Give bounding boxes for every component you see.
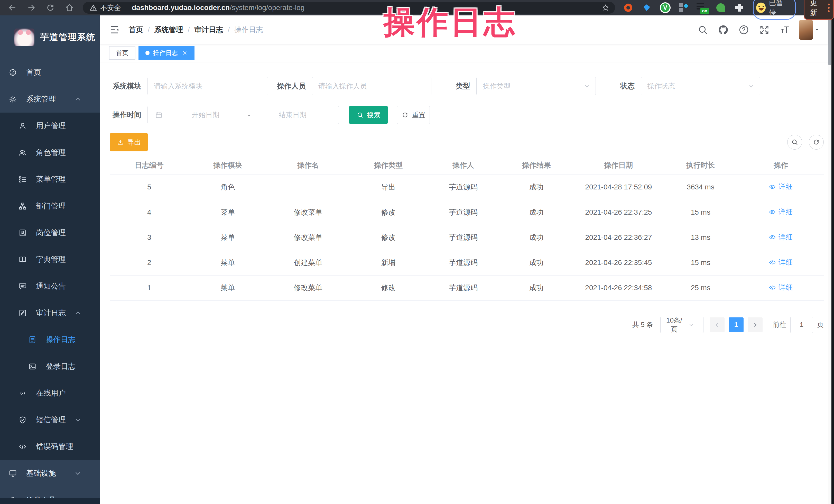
- sidebar-item-11[interactable]: 登录日志: [0, 353, 100, 380]
- blocks-ext-icon[interactable]: [678, 2, 689, 14]
- table-cell: 修改菜单: [267, 225, 349, 250]
- gem-ext-icon[interactable]: [641, 2, 653, 14]
- operator-input[interactable]: [312, 77, 432, 95]
- app-logo: 芋道管理系统: [0, 16, 100, 59]
- export-button[interactable]: 导出: [110, 133, 148, 151]
- address-bar[interactable]: 不安全 dashboard.yudao.iocoder.cn/system/lo…: [83, 2, 615, 14]
- start-date-placeholder[interactable]: 开始日期: [165, 110, 246, 119]
- sidebar-item-label: 基础设施: [26, 468, 56, 479]
- scrollbar-thumb[interactable]: [828, 17, 831, 65]
- online-icon: [19, 389, 27, 397]
- detail-link[interactable]: 详细: [769, 283, 793, 292]
- table-cell: 1: [110, 275, 189, 301]
- table-cell: 芋道源码: [427, 250, 499, 275]
- table-cell: 详细: [738, 275, 824, 301]
- refresh-icon: [401, 112, 409, 118]
- sidebar-item-6[interactable]: 岗位管理: [0, 219, 100, 246]
- type-label: 类型: [453, 81, 476, 91]
- page-scrollbar[interactable]: [828, 16, 831, 504]
- chevron-left-icon: [714, 322, 720, 328]
- bookmark-star-icon[interactable]: [602, 4, 610, 12]
- type-select[interactable]: 操作类型: [476, 77, 596, 95]
- sidebar-item-3[interactable]: 角色管理: [0, 139, 100, 166]
- sidebar-item-15[interactable]: 基础设施: [0, 460, 100, 487]
- ubuntu-ext-icon[interactable]: [622, 2, 634, 14]
- avatar[interactable]: [799, 20, 813, 40]
- sidebar-item-7[interactable]: 字典管理: [0, 246, 100, 273]
- breadcrumb-separator: /: [228, 26, 230, 34]
- breadcrumb-item[interactable]: 审计日志: [195, 25, 223, 35]
- table-cell: 详细: [738, 225, 824, 250]
- sidebar-item-label: 角色管理: [36, 148, 66, 158]
- log-icon: [19, 309, 27, 317]
- update-button[interactable]: 更新: [804, 0, 834, 20]
- sidebar-item-1[interactable]: 系统管理: [0, 86, 100, 113]
- search-button[interactable]: 搜索: [349, 106, 388, 124]
- reset-button[interactable]: 重置: [397, 106, 430, 124]
- page-size-select[interactable]: 10条/页: [660, 316, 703, 333]
- detail-link[interactable]: 详细: [769, 232, 793, 242]
- url-text[interactable]: dashboard.yudao.iocoder.cn/system/log/op…: [132, 4, 305, 12]
- sidebar-item-14[interactable]: 错误码管理: [0, 433, 100, 460]
- sidebar-item-2[interactable]: 用户管理: [0, 113, 100, 139]
- sidebar: 芋道管理系统 首页系统管理用户管理角色管理菜单管理部门管理岗位管理字典管理通知公…: [0, 16, 100, 504]
- table-cell: 2021-04-26 22:36:27: [574, 225, 663, 250]
- breadcrumb-item[interactable]: 系统管理: [154, 25, 183, 35]
- sidebar-item-10[interactable]: 操作日志: [0, 326, 100, 353]
- detail-link[interactable]: 详细: [769, 258, 793, 267]
- column-header: 操作模块: [189, 156, 267, 175]
- filter-row-2: 操作时间 开始日期 - 结束日期 搜索 重置: [110, 106, 824, 124]
- badge-icon: [19, 229, 27, 237]
- reload-icon[interactable]: [46, 3, 55, 12]
- puzzle-ext-icon[interactable]: [733, 2, 745, 14]
- home-icon[interactable]: [65, 3, 74, 12]
- detail-link[interactable]: 详细: [769, 182, 793, 192]
- tab-1[interactable]: 操作日志: [138, 46, 195, 60]
- back-icon[interactable]: [8, 3, 17, 12]
- search-icon[interactable]: [697, 24, 708, 35]
- hamburger-icon[interactable]: [109, 24, 120, 35]
- toggle-search-button[interactable]: [787, 135, 802, 150]
- table-cell: 2: [110, 250, 189, 275]
- operator-label: 操作人员: [273, 81, 312, 91]
- window-edge: [831, 16, 834, 504]
- filter-type: 类型 操作类型: [453, 77, 596, 95]
- sidebar-item-9[interactable]: 审计日志: [0, 300, 100, 326]
- forward-icon[interactable]: [27, 3, 36, 12]
- refresh-table-button[interactable]: [809, 135, 824, 150]
- sidebar-item-label: 通知公告: [36, 281, 66, 291]
- sidebar-item-12[interactable]: 在线用户: [0, 380, 100, 407]
- profile-paused-pill[interactable]: 已暂停: [753, 0, 796, 20]
- fullscreen-icon[interactable]: [759, 24, 770, 35]
- green-v-ext-icon[interactable]: V: [659, 2, 671, 14]
- detail-link[interactable]: 详细: [769, 207, 793, 217]
- sidebar-item-4[interactable]: 菜单管理: [0, 166, 100, 193]
- date-range-picker[interactable]: 开始日期 - 结束日期: [148, 106, 339, 124]
- menu-dots-icon[interactable]: [828, 4, 830, 12]
- security-label[interactable]: 不安全: [100, 3, 121, 12]
- tab-0[interactable]: 首页: [109, 46, 135, 60]
- github-icon[interactable]: [718, 24, 729, 35]
- sidebar-item-5[interactable]: 部门管理: [0, 193, 100, 219]
- end-date-placeholder[interactable]: 结束日期: [252, 110, 333, 119]
- sidebar-item-8[interactable]: 通知公告: [0, 273, 100, 300]
- prev-page-button[interactable]: [710, 317, 725, 332]
- sidebar-item-0[interactable]: 首页: [0, 59, 100, 86]
- grammarly-ext-icon[interactable]: [715, 2, 727, 14]
- font-size-icon[interactable]: [780, 24, 790, 35]
- close-icon[interactable]: [182, 50, 188, 56]
- module-input[interactable]: [148, 77, 268, 95]
- question-icon[interactable]: [739, 24, 749, 35]
- breadcrumb-item[interactable]: 首页: [129, 25, 143, 35]
- current-page-button[interactable]: 1: [729, 317, 744, 332]
- goto-page-input[interactable]: [790, 316, 813, 333]
- switch-on-ext-icon[interactable]: on: [696, 2, 708, 14]
- document-icon: [28, 336, 37, 344]
- status-select[interactable]: 操作状态: [641, 77, 760, 95]
- chevron-right-icon: [752, 322, 759, 328]
- column-header: 操作名: [267, 156, 349, 175]
- table-cell: 修改: [349, 225, 428, 250]
- next-page-button[interactable]: [748, 317, 763, 332]
- chevron-down-icon[interactable]: [814, 27, 820, 33]
- sidebar-item-13[interactable]: 短信管理: [0, 407, 100, 433]
